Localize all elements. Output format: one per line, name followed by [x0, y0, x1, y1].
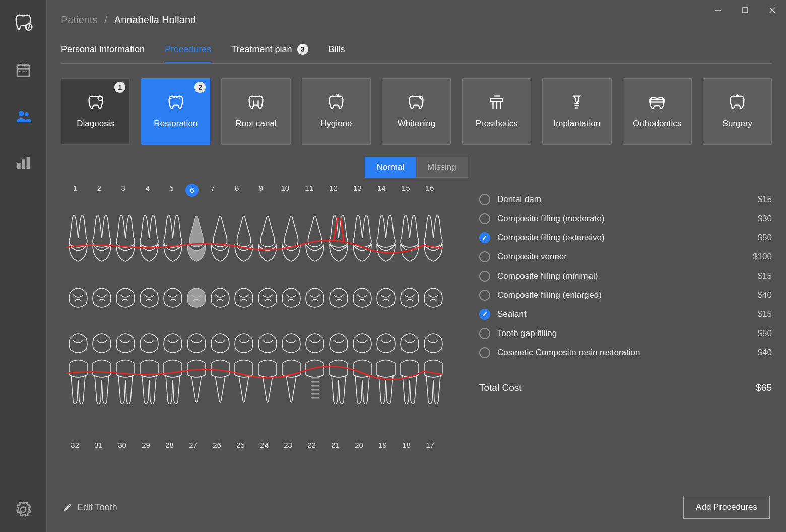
- category-icon: [167, 94, 185, 112]
- category-icon: [488, 94, 506, 112]
- category-diagnosis[interactable]: 1Diagnosis: [61, 78, 130, 145]
- option-radio[interactable]: [479, 213, 490, 224]
- tab-badge: 3: [297, 44, 308, 55]
- option-tooth-gap-filling[interactable]: Tooth gap filling$50: [479, 324, 772, 343]
- option-radio[interactable]: [479, 271, 490, 282]
- category-restoration[interactable]: 2Restoration: [141, 78, 210, 145]
- sidebar: [0, 0, 47, 532]
- add-procedures-button[interactable]: Add Procedures: [683, 496, 770, 519]
- tab-procedures[interactable]: Procedures: [165, 44, 211, 63]
- settings-gear-icon[interactable]: [15, 502, 31, 518]
- category-hygiene[interactable]: Hygiene: [302, 78, 371, 145]
- option-composite-filling-enlarged-[interactable]: Composite filling (enlarged)$40: [479, 286, 772, 305]
- option-radio[interactable]: [479, 194, 490, 205]
- tooth-number-10[interactable]: 10: [275, 184, 295, 197]
- svg-rect-11: [22, 159, 25, 169]
- category-icon: [728, 94, 746, 112]
- calendar-icon[interactable]: [15, 62, 31, 78]
- option-label: Sealant: [497, 309, 751, 319]
- option-radio[interactable]: [479, 309, 490, 320]
- tooth-number-4[interactable]: 4: [138, 184, 158, 197]
- edit-tooth-button[interactable]: Edit Tooth: [63, 502, 117, 513]
- tooth-number-15[interactable]: 15: [396, 184, 416, 197]
- category-prosthetics[interactable]: Prosthetics: [462, 78, 531, 145]
- tooth-number-12[interactable]: 12: [323, 184, 344, 197]
- tooth-number-1[interactable]: 1: [65, 184, 85, 197]
- tab-label: Procedures: [165, 44, 211, 55]
- option-radio[interactable]: [479, 290, 490, 301]
- category-root-canal[interactable]: Root canal: [221, 78, 290, 145]
- tooth-number-24[interactable]: 24: [254, 441, 275, 449]
- tooth-number-3[interactable]: 3: [113, 184, 134, 197]
- svg-rect-14: [743, 8, 748, 13]
- tooth-number-7[interactable]: 7: [203, 184, 223, 197]
- tab-treatment-plan[interactable]: Treatment plan3: [231, 44, 308, 63]
- breadcrumb: Patients / Annabella Holland: [61, 14, 772, 26]
- tooth-number-18[interactable]: 18: [397, 441, 417, 449]
- option-label: Tooth gap filling: [497, 328, 751, 339]
- tooth-number-27[interactable]: 27: [183, 441, 204, 449]
- tab-label: Treatment plan: [231, 44, 292, 55]
- close-button[interactable]: [759, 0, 786, 20]
- tooth-number-2[interactable]: 2: [89, 184, 109, 197]
- option-radio[interactable]: [479, 251, 490, 262]
- svg-rect-6: [23, 71, 25, 72]
- patients-icon[interactable]: [15, 108, 31, 124]
- maximize-button[interactable]: [732, 0, 759, 20]
- option-cosmetic-composite-resin-restoration[interactable]: Cosmetic Composite resin restoration$40: [479, 343, 772, 362]
- minimize-button[interactable]: [704, 0, 732, 20]
- tab-personal-information[interactable]: Personal Information: [61, 44, 145, 63]
- svg-rect-10: [17, 163, 21, 169]
- category-orthodontics[interactable]: Orthodontics: [623, 78, 692, 145]
- category-label: Whitening: [398, 119, 436, 129]
- category-surgery[interactable]: Surgery: [703, 78, 772, 145]
- tooth-number-17[interactable]: 17: [420, 441, 440, 449]
- tooth-number-19[interactable]: 19: [373, 441, 393, 449]
- option-price: $100: [753, 252, 772, 262]
- tooth-number-23[interactable]: 23: [278, 441, 298, 449]
- tooth-number-5[interactable]: 5: [161, 184, 181, 197]
- tooth-number-13[interactable]: 13: [347, 184, 367, 197]
- category-label: Hygiene: [320, 119, 352, 129]
- tooth-number-11[interactable]: 11: [299, 184, 319, 197]
- tooth-number-6[interactable]: 6: [185, 184, 199, 197]
- tooth-number-21[interactable]: 21: [325, 441, 346, 449]
- category-label: Root canal: [235, 119, 276, 129]
- tooth-number-30[interactable]: 30: [112, 441, 133, 449]
- tab-bills[interactable]: Bills: [329, 44, 345, 63]
- tab-bar: Personal InformationProceduresTreatment …: [61, 44, 772, 64]
- tooth-number-9[interactable]: 9: [251, 184, 271, 197]
- stats-icon[interactable]: [15, 155, 31, 171]
- svg-rect-23: [650, 100, 664, 102]
- breadcrumb-root[interactable]: Patients: [61, 14, 97, 26]
- segment-missing[interactable]: Missing: [416, 157, 468, 178]
- option-radio[interactable]: [479, 347, 490, 358]
- tooth-number-16[interactable]: 16: [420, 184, 440, 197]
- option-label: Composite filling (minimal): [497, 271, 751, 281]
- segment-normal[interactable]: Normal: [365, 157, 416, 178]
- option-radio[interactable]: [479, 232, 490, 243]
- tooth-number-22[interactable]: 22: [302, 441, 322, 449]
- option-dental-dam[interactable]: Dental dam$15: [479, 190, 772, 209]
- option-sealant[interactable]: Sealant$15: [479, 305, 772, 324]
- total-value: $65: [756, 382, 772, 393]
- category-badge: 2: [194, 82, 206, 93]
- option-composite-filling-extensive-[interactable]: Composite filling (extensive)$50: [479, 228, 772, 247]
- tooth-number-8[interactable]: 8: [227, 184, 247, 197]
- svg-rect-5: [19, 71, 21, 72]
- tooth-number-29[interactable]: 29: [136, 441, 156, 449]
- option-composite-filling-minimal-[interactable]: Composite filling (minimal)$15: [479, 267, 772, 286]
- tooth-number-20[interactable]: 20: [349, 441, 369, 449]
- dental-chart[interactable]: [61, 197, 444, 439]
- tooth-number-28[interactable]: 28: [160, 441, 180, 449]
- category-implantation[interactable]: Implantation: [542, 78, 611, 145]
- tooth-number-25[interactable]: 25: [231, 441, 251, 449]
- option-composite-filling-moderate-[interactable]: Composite filling (moderate)$30: [479, 209, 772, 228]
- tooth-number-26[interactable]: 26: [207, 441, 227, 449]
- tooth-number-14[interactable]: 14: [371, 184, 391, 197]
- tooth-number-31[interactable]: 31: [89, 441, 109, 449]
- tooth-number-32[interactable]: 32: [65, 441, 85, 449]
- option-radio[interactable]: [479, 328, 490, 339]
- option-composite-veneer[interactable]: Composite veneer$100: [479, 247, 772, 267]
- category-whitening[interactable]: Whitening: [382, 78, 451, 145]
